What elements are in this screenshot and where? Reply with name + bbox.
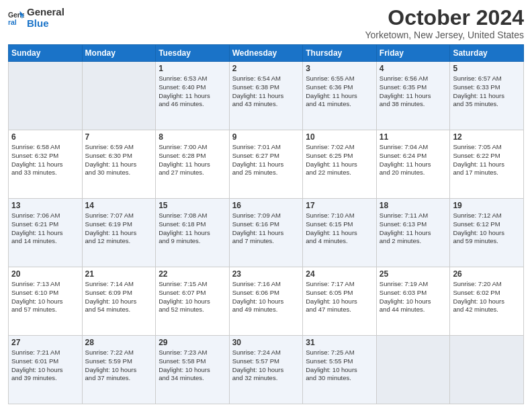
- day-info: Sunrise: 7:01 AM Sunset: 6:27 PM Dayligh…: [232, 143, 300, 177]
- calendar-week-row: 1Sunrise: 6:53 AM Sunset: 6:40 PM Daylig…: [9, 62, 524, 130]
- calendar-cell: 1Sunrise: 6:53 AM Sunset: 6:40 PM Daylig…: [156, 62, 230, 130]
- calendar-cell: 2Sunrise: 6:54 AM Sunset: 6:38 PM Daylig…: [229, 62, 303, 130]
- day-number: 15: [159, 201, 226, 210]
- day-number: 11: [380, 132, 447, 142]
- logo-blue: Blue: [27, 18, 64, 30]
- calendar-week-row: 20Sunrise: 7:13 AM Sunset: 6:10 PM Dayli…: [9, 267, 524, 336]
- day-info: Sunrise: 7:24 AM Sunset: 5:57 PM Dayligh…: [232, 349, 300, 383]
- logo-text-block: General Blue: [27, 7, 64, 29]
- day-number: 28: [85, 338, 153, 347]
- location: Yorketown, New Jersey, United States: [365, 30, 524, 40]
- day-info: Sunrise: 7:17 AM Sunset: 6:05 PM Dayligh…: [306, 280, 373, 314]
- day-number: 2: [232, 64, 300, 73]
- calendar-week-row: 6Sunrise: 6:58 AM Sunset: 6:32 PM Daylig…: [9, 130, 524, 199]
- calendar-cell: 15Sunrise: 7:08 AM Sunset: 6:18 PM Dayli…: [156, 199, 230, 267]
- logo-general: General: [27, 6, 64, 17]
- day-number: 25: [380, 269, 447, 279]
- calendar-cell: 9Sunrise: 7:01 AM Sunset: 6:27 PM Daylig…: [229, 130, 303, 199]
- day-info: Sunrise: 7:12 AM Sunset: 6:12 PM Dayligh…: [453, 212, 521, 246]
- day-number: 23: [232, 269, 300, 279]
- day-info: Sunrise: 7:25 AM Sunset: 5:55 PM Dayligh…: [306, 349, 373, 383]
- day-info: Sunrise: 7:14 AM Sunset: 6:09 PM Dayligh…: [85, 280, 153, 314]
- day-number: 22: [159, 269, 226, 279]
- calendar-cell: 30Sunrise: 7:24 AM Sunset: 5:57 PM Dayli…: [229, 336, 303, 404]
- calendar-header-saturday: Saturday: [450, 45, 524, 62]
- title-section: October 2024 Yorketown, New Jersey, Unit…: [365, 7, 524, 40]
- day-info: Sunrise: 7:11 AM Sunset: 6:13 PM Dayligh…: [380, 212, 447, 246]
- calendar-cell: 20Sunrise: 7:13 AM Sunset: 6:10 PM Dayli…: [9, 267, 83, 336]
- day-info: Sunrise: 7:13 AM Sunset: 6:10 PM Dayligh…: [11, 280, 79, 314]
- day-number: 6: [11, 132, 79, 142]
- day-info: Sunrise: 7:19 AM Sunset: 6:03 PM Dayligh…: [380, 280, 447, 314]
- day-info: Sunrise: 6:57 AM Sunset: 6:33 PM Dayligh…: [453, 75, 521, 109]
- logo: Gene ral General Blue: [8, 7, 64, 29]
- calendar-cell: 26Sunrise: 7:20 AM Sunset: 6:02 PM Dayli…: [450, 267, 524, 336]
- svg-text:ral: ral: [8, 18, 17, 26]
- day-number: 9: [232, 132, 300, 142]
- day-number: 1: [159, 64, 226, 73]
- day-number: 4: [380, 64, 447, 73]
- day-info: Sunrise: 7:04 AM Sunset: 6:24 PM Dayligh…: [380, 143, 447, 177]
- calendar-header-sunday: Sunday: [9, 45, 83, 62]
- day-info: Sunrise: 7:08 AM Sunset: 6:18 PM Dayligh…: [159, 212, 226, 246]
- day-number: 17: [306, 201, 373, 210]
- calendar-cell: 5Sunrise: 6:57 AM Sunset: 6:33 PM Daylig…: [450, 62, 524, 130]
- day-number: 29: [159, 338, 226, 347]
- day-info: Sunrise: 6:53 AM Sunset: 6:40 PM Dayligh…: [159, 75, 226, 109]
- day-number: 3: [306, 64, 373, 73]
- day-number: 13: [11, 201, 79, 210]
- calendar-cell: 23Sunrise: 7:16 AM Sunset: 6:06 PM Dayli…: [229, 267, 303, 336]
- calendar-header-thursday: Thursday: [303, 45, 377, 62]
- calendar-cell: 4Sunrise: 6:56 AM Sunset: 6:35 PM Daylig…: [376, 62, 450, 130]
- calendar-week-row: 27Sunrise: 7:21 AM Sunset: 6:01 PM Dayli…: [9, 336, 524, 404]
- day-number: 21: [85, 269, 153, 279]
- day-info: Sunrise: 7:22 AM Sunset: 5:59 PM Dayligh…: [85, 349, 153, 383]
- calendar-header-friday: Friday: [376, 45, 450, 62]
- calendar-cell: 18Sunrise: 7:11 AM Sunset: 6:13 PM Dayli…: [376, 199, 450, 267]
- day-number: 16: [232, 201, 300, 210]
- calendar-header-monday: Monday: [82, 45, 156, 62]
- calendar-cell: [376, 336, 450, 404]
- day-number: 19: [453, 201, 521, 210]
- day-number: 24: [306, 269, 373, 279]
- logo-icon: Gene ral: [8, 10, 24, 26]
- day-number: 20: [11, 269, 79, 279]
- calendar-cell: 12Sunrise: 7:05 AM Sunset: 6:22 PM Dayli…: [450, 130, 524, 199]
- day-info: Sunrise: 6:56 AM Sunset: 6:35 PM Dayligh…: [380, 75, 447, 109]
- calendar-cell: 3Sunrise: 6:55 AM Sunset: 6:36 PM Daylig…: [303, 62, 377, 130]
- calendar-cell: 25Sunrise: 7:19 AM Sunset: 6:03 PM Dayli…: [376, 267, 450, 336]
- calendar-cell: 8Sunrise: 7:00 AM Sunset: 6:28 PM Daylig…: [156, 130, 230, 199]
- calendar-cell: 11Sunrise: 7:04 AM Sunset: 6:24 PM Dayli…: [376, 130, 450, 199]
- month-title: October 2024: [365, 7, 524, 28]
- day-info: Sunrise: 7:05 AM Sunset: 6:22 PM Dayligh…: [453, 143, 521, 177]
- day-number: 8: [159, 132, 226, 142]
- calendar-cell: [82, 62, 156, 130]
- calendar-cell: 10Sunrise: 7:02 AM Sunset: 6:25 PM Dayli…: [303, 130, 377, 199]
- day-info: Sunrise: 7:06 AM Sunset: 6:21 PM Dayligh…: [11, 212, 79, 246]
- day-info: Sunrise: 7:15 AM Sunset: 6:07 PM Dayligh…: [159, 280, 226, 314]
- calendar-cell: 13Sunrise: 7:06 AM Sunset: 6:21 PM Dayli…: [9, 199, 83, 267]
- calendar-cell: 16Sunrise: 7:09 AM Sunset: 6:16 PM Dayli…: [229, 199, 303, 267]
- calendar-cell: [450, 336, 524, 404]
- calendar-cell: 21Sunrise: 7:14 AM Sunset: 6:09 PM Dayli…: [82, 267, 156, 336]
- calendar-cell: 28Sunrise: 7:22 AM Sunset: 5:59 PM Dayli…: [82, 336, 156, 404]
- calendar-table: SundayMondayTuesdayWednesdayThursdayFrid…: [8, 44, 524, 404]
- day-info: Sunrise: 7:02 AM Sunset: 6:25 PM Dayligh…: [306, 143, 373, 177]
- day-info: Sunrise: 7:07 AM Sunset: 6:19 PM Dayligh…: [85, 212, 153, 246]
- day-number: 14: [85, 201, 153, 210]
- calendar-header-tuesday: Tuesday: [156, 45, 230, 62]
- day-info: Sunrise: 6:54 AM Sunset: 6:38 PM Dayligh…: [232, 75, 300, 109]
- calendar-cell: 7Sunrise: 6:59 AM Sunset: 6:30 PM Daylig…: [82, 130, 156, 199]
- day-info: Sunrise: 7:16 AM Sunset: 6:06 PM Dayligh…: [232, 280, 300, 314]
- calendar-cell: 27Sunrise: 7:21 AM Sunset: 6:01 PM Dayli…: [9, 336, 83, 404]
- calendar-cell: 22Sunrise: 7:15 AM Sunset: 6:07 PM Dayli…: [156, 267, 230, 336]
- calendar-header-wednesday: Wednesday: [229, 45, 303, 62]
- day-info: Sunrise: 6:59 AM Sunset: 6:30 PM Dayligh…: [85, 143, 153, 177]
- day-info: Sunrise: 7:00 AM Sunset: 6:28 PM Dayligh…: [159, 143, 226, 177]
- calendar-header-row: SundayMondayTuesdayWednesdayThursdayFrid…: [9, 45, 524, 62]
- day-info: Sunrise: 7:21 AM Sunset: 6:01 PM Dayligh…: [11, 349, 79, 383]
- calendar-cell: 19Sunrise: 7:12 AM Sunset: 6:12 PM Dayli…: [450, 199, 524, 267]
- day-number: 5: [453, 64, 521, 73]
- day-number: 27: [11, 338, 79, 347]
- calendar-cell: 31Sunrise: 7:25 AM Sunset: 5:55 PM Dayli…: [303, 336, 377, 404]
